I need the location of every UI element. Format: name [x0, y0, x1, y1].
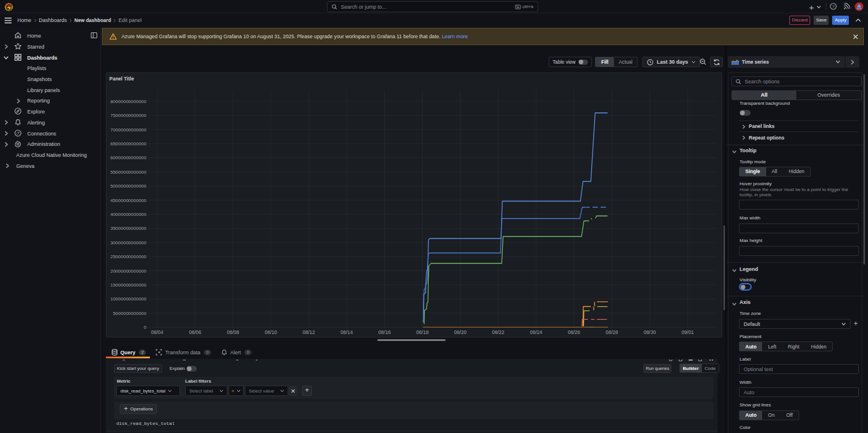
svg-text:15000000000000: 15000000000000	[111, 282, 147, 288]
svg-text:5000000000000: 5000000000000	[113, 311, 146, 316]
svg-text:75000000000000: 75000000000000	[111, 113, 147, 118]
svg-text:20000000000000: 20000000000000	[111, 269, 147, 274]
svg-text:08/24: 08/24	[530, 329, 543, 335]
svg-text:35000000000000: 35000000000000	[111, 226, 147, 231]
svg-text:0: 0	[144, 325, 147, 330]
svg-text:45000000000000: 45000000000000	[111, 198, 147, 203]
svg-text:08/16: 08/16	[378, 329, 391, 335]
svg-text:40000000000000: 40000000000000	[111, 212, 147, 217]
svg-text:08/10: 08/10	[264, 329, 277, 335]
svg-text:08/26: 08/26	[568, 329, 580, 335]
svg-text:?: ?	[832, 4, 834, 9]
svg-text:09/01: 09/01	[682, 329, 694, 335]
svg-text:25000000000000: 25000000000000	[111, 254, 147, 259]
svg-text:08/20: 08/20	[454, 329, 467, 335]
svg-text:10000000000000: 10000000000000	[111, 296, 147, 302]
svg-text:08/08: 08/08	[227, 329, 240, 335]
svg-text:30000000000000: 30000000000000	[111, 240, 147, 245]
svg-text:08/06: 08/06	[189, 329, 202, 335]
svg-text:08/28: 08/28	[606, 329, 619, 335]
svg-text:65000000000000: 65000000000000	[111, 141, 147, 146]
svg-text:08/12: 08/12	[303, 329, 315, 335]
svg-text:08/22: 08/22	[492, 329, 505, 335]
svg-text:08/30: 08/30	[643, 329, 656, 335]
svg-text:80000000000000: 80000000000000	[111, 99, 147, 104]
svg-text:60000000000000: 60000000000000	[111, 155, 147, 160]
svg-text:70000000000000: 70000000000000	[111, 127, 147, 133]
svg-text:08/04: 08/04	[151, 329, 164, 335]
svg-text:50000000000000: 50000000000000	[111, 184, 147, 189]
svg-text:55000000000000: 55000000000000	[111, 170, 147, 175]
svg-text:08/14: 08/14	[340, 329, 353, 335]
svg-text:08/18: 08/18	[416, 329, 429, 335]
